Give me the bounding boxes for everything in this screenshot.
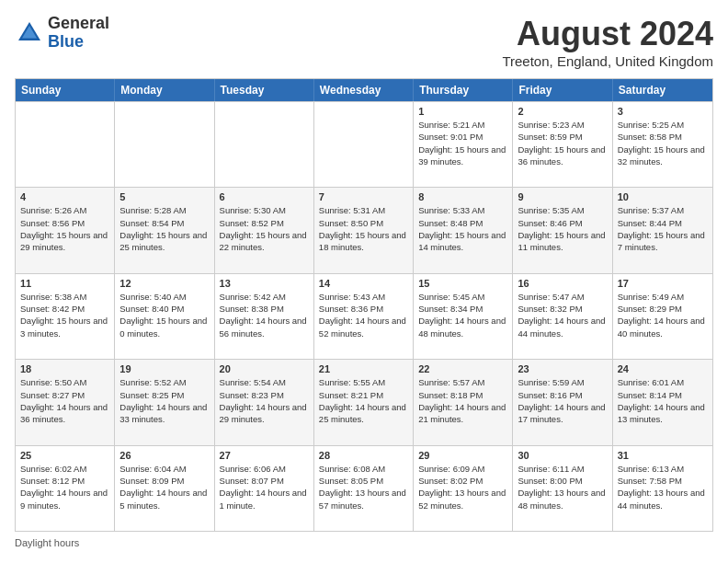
day-cell-8: 8Sunrise: 5:33 AMSunset: 8:48 PMDaylight…	[414, 188, 513, 272]
header: General Blue August 2024 Treeton, Englan…	[15, 15, 713, 69]
day-cell-5: 5Sunrise: 5:28 AMSunset: 8:54 PMDaylight…	[115, 188, 214, 272]
day-number: 1	[418, 106, 507, 117]
day-number: 18	[20, 363, 109, 374]
day-cell-28: 28Sunrise: 6:08 AMSunset: 8:05 PMDayligh…	[314, 446, 414, 531]
day-info: Sunrise: 5:47 AMSunset: 8:32 PMDaylight:…	[518, 291, 607, 339]
calendar-header: SundayMondayTuesdayWednesdayThursdayFrid…	[16, 79, 712, 101]
day-cell-13: 13Sunrise: 5:42 AMSunset: 8:38 PMDayligh…	[215, 274, 314, 359]
day-info: Sunrise: 6:01 AMSunset: 8:14 PMDaylight:…	[618, 376, 708, 425]
day-number: 13	[220, 278, 309, 289]
day-info: Sunrise: 5:42 AMSunset: 8:38 PMDaylight:…	[220, 291, 309, 339]
day-number: 2	[518, 106, 607, 117]
calendar-week-3: 11Sunrise: 5:38 AMSunset: 8:42 PMDayligh…	[16, 273, 712, 359]
day-number: 16	[518, 278, 607, 289]
day-number: 24	[618, 363, 708, 374]
day-info: Sunrise: 5:55 AMSunset: 8:21 PMDaylight:…	[319, 376, 408, 425]
day-info: Sunrise: 6:08 AMSunset: 8:05 PMDaylight:…	[319, 463, 408, 511]
day-info: Sunrise: 5:23 AMSunset: 8:59 PMDaylight:…	[518, 119, 607, 167]
day-cell-16: 16Sunrise: 5:47 AMSunset: 8:32 PMDayligh…	[513, 274, 612, 359]
calendar-week-2: 4Sunrise: 5:26 AMSunset: 8:56 PMDaylight…	[16, 187, 712, 272]
day-info: Sunrise: 5:31 AMSunset: 8:50 PMDaylight:…	[319, 204, 408, 253]
location: Treeton, England, United Kingdom	[502, 53, 713, 69]
day-cell-26: 26Sunrise: 6:04 AMSunset: 8:09 PMDayligh…	[115, 446, 214, 531]
day-info: Sunrise: 6:06 AMSunset: 8:07 PMDaylight:…	[220, 463, 309, 511]
footer-note: Daylight hours	[15, 537, 713, 548]
day-info: Sunrise: 6:11 AMSunset: 8:00 PMDaylight:…	[518, 463, 607, 511]
day-cell-6: 6Sunrise: 5:30 AMSunset: 8:52 PMDaylight…	[215, 188, 314, 272]
day-number: 8	[418, 191, 507, 202]
day-number: 12	[119, 278, 209, 289]
day-number: 30	[518, 450, 607, 461]
day-number: 11	[20, 278, 109, 289]
day-number: 25	[20, 450, 109, 461]
page: General Blue August 2024 Treeton, Englan…	[0, 0, 728, 563]
day-info: Sunrise: 5:52 AMSunset: 8:25 PMDaylight:…	[119, 376, 209, 425]
day-cell-7: 7Sunrise: 5:31 AMSunset: 8:50 PMDaylight…	[314, 188, 414, 272]
day-cell-21: 21Sunrise: 5:55 AMSunset: 8:21 PMDayligh…	[314, 360, 414, 444]
month-title: August 2024	[502, 15, 713, 53]
logo-blue-text: Blue	[48, 33, 109, 52]
day-cell-25: 25Sunrise: 6:02 AMSunset: 8:12 PMDayligh…	[16, 446, 115, 531]
day-number: 21	[319, 363, 408, 374]
day-number: 7	[319, 191, 408, 202]
day-cell-23: 23Sunrise: 5:59 AMSunset: 8:16 PMDayligh…	[513, 360, 612, 444]
day-cell-27: 27Sunrise: 6:06 AMSunset: 8:07 PMDayligh…	[215, 446, 314, 531]
day-number: 14	[319, 278, 408, 289]
day-number: 4	[20, 191, 109, 202]
day-header-sunday: Sunday	[16, 79, 115, 101]
day-info: Sunrise: 5:37 AMSunset: 8:44 PMDaylight:…	[618, 204, 708, 253]
day-number: 22	[418, 363, 507, 374]
day-cell-9: 9Sunrise: 5:35 AMSunset: 8:46 PMDaylight…	[513, 188, 612, 272]
day-header-friday: Friday	[513, 79, 612, 101]
day-info: Sunrise: 6:04 AMSunset: 8:09 PMDaylight:…	[119, 463, 209, 511]
day-number: 29	[418, 450, 507, 461]
day-info: Sunrise: 5:30 AMSunset: 8:52 PMDaylight:…	[220, 204, 309, 253]
calendar-body: 1Sunrise: 5:21 AMSunset: 9:01 PMDaylight…	[16, 101, 712, 531]
day-info: Sunrise: 5:40 AMSunset: 8:40 PMDaylight:…	[119, 291, 209, 339]
day-header-monday: Monday	[115, 79, 214, 101]
day-cell-20: 20Sunrise: 5:54 AMSunset: 8:23 PMDayligh…	[215, 360, 314, 444]
day-info: Sunrise: 6:13 AMSunset: 7:58 PMDaylight:…	[618, 463, 708, 511]
logo: General Blue	[15, 15, 109, 52]
day-cell-30: 30Sunrise: 6:11 AMSunset: 8:00 PMDayligh…	[513, 446, 612, 531]
day-info: Sunrise: 5:35 AMSunset: 8:46 PMDaylight:…	[518, 204, 607, 253]
empty-cell	[115, 102, 214, 187]
day-cell-31: 31Sunrise: 6:13 AMSunset: 7:58 PMDayligh…	[613, 446, 712, 531]
day-info: Sunrise: 5:54 AMSunset: 8:23 PMDaylight:…	[220, 376, 309, 425]
day-cell-24: 24Sunrise: 6:01 AMSunset: 8:14 PMDayligh…	[613, 360, 712, 444]
day-header-wednesday: Wednesday	[314, 79, 414, 101]
day-cell-22: 22Sunrise: 5:57 AMSunset: 8:18 PMDayligh…	[414, 360, 513, 444]
day-info: Sunrise: 5:33 AMSunset: 8:48 PMDaylight:…	[418, 204, 507, 253]
day-header-thursday: Thursday	[414, 79, 513, 101]
day-cell-4: 4Sunrise: 5:26 AMSunset: 8:56 PMDaylight…	[16, 188, 115, 272]
day-cell-14: 14Sunrise: 5:43 AMSunset: 8:36 PMDayligh…	[314, 274, 414, 359]
day-info: Sunrise: 5:26 AMSunset: 8:56 PMDaylight:…	[20, 204, 109, 253]
logo-icon	[15, 18, 44, 48]
day-cell-18: 18Sunrise: 5:50 AMSunset: 8:27 PMDayligh…	[16, 360, 115, 444]
day-number: 17	[618, 278, 708, 289]
day-number: 10	[618, 191, 708, 202]
day-number: 9	[518, 191, 607, 202]
day-number: 23	[518, 363, 607, 374]
day-cell-10: 10Sunrise: 5:37 AMSunset: 8:44 PMDayligh…	[613, 188, 712, 272]
calendar-week-5: 25Sunrise: 6:02 AMSunset: 8:12 PMDayligh…	[16, 445, 712, 531]
day-number: 6	[220, 191, 309, 202]
day-number: 19	[119, 363, 209, 374]
day-cell-3: 3Sunrise: 5:25 AMSunset: 8:58 PMDaylight…	[613, 102, 712, 187]
day-info: Sunrise: 5:21 AMSunset: 9:01 PMDaylight:…	[418, 119, 507, 167]
day-number: 3	[618, 106, 708, 117]
day-number: 5	[119, 191, 209, 202]
day-info: Sunrise: 5:43 AMSunset: 8:36 PMDaylight:…	[319, 291, 408, 339]
day-number: 26	[119, 450, 209, 461]
logo-text: General Blue	[48, 15, 109, 52]
day-info: Sunrise: 6:09 AMSunset: 8:02 PMDaylight:…	[418, 463, 507, 511]
day-info: Sunrise: 5:49 AMSunset: 8:29 PMDaylight:…	[618, 291, 708, 339]
day-info: Sunrise: 5:45 AMSunset: 8:34 PMDaylight:…	[418, 291, 507, 339]
day-info: Sunrise: 5:50 AMSunset: 8:27 PMDaylight:…	[20, 376, 109, 425]
day-number: 27	[220, 450, 309, 461]
logo-general: General	[48, 15, 109, 33]
day-number: 20	[220, 363, 309, 374]
day-cell-2: 2Sunrise: 5:23 AMSunset: 8:59 PMDaylight…	[513, 102, 612, 187]
day-info: Sunrise: 5:25 AMSunset: 8:58 PMDaylight:…	[618, 119, 708, 167]
day-info: Sunrise: 6:02 AMSunset: 8:12 PMDaylight:…	[20, 463, 109, 511]
